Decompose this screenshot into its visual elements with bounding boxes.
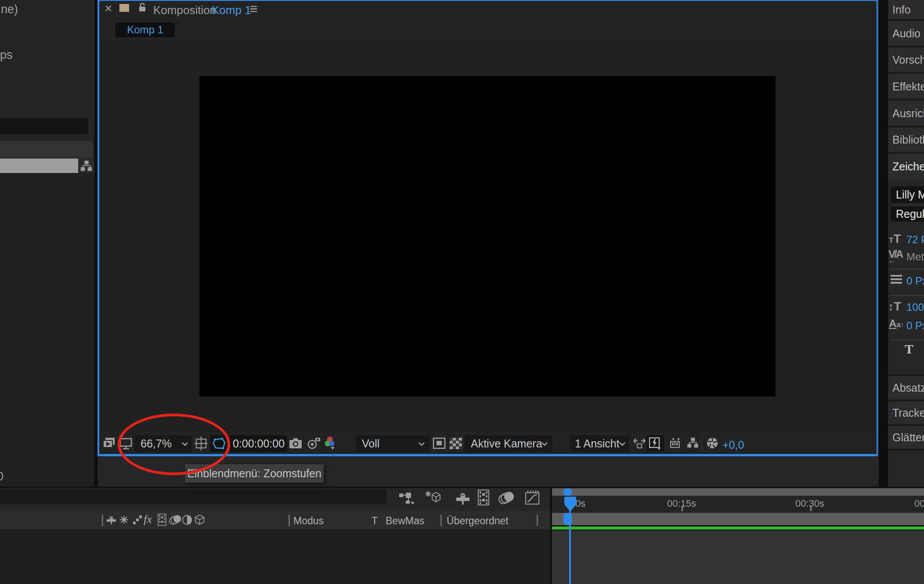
column-divider[interactable] [102,515,103,526]
ruler-tick [810,507,812,511]
project-panel-lower [0,173,94,487]
panel-tab-absatz[interactable]: Absatz [888,376,924,400]
channels-icon[interactable] [324,436,336,450]
chevron-down-icon [619,442,626,446]
column-divider[interactable] [440,515,442,526]
timecode-value: 0:00:00:00 [233,437,285,450]
motion-blur-icon[interactable] [498,491,515,505]
shy-layers-icon[interactable] [455,492,471,505]
faux-bold-icon[interactable]: T [905,342,913,357]
column-divider[interactable] [537,515,538,526]
project-bottom-bar [0,141,93,158]
font-family-field[interactable]: Lilly Ma [891,186,924,203]
timeline-layers-area[interactable] [0,529,550,584]
font-size-icon: TT [889,232,901,246]
comp-frame [199,76,776,397]
kerning-value[interactable]: Met [906,251,924,263]
column-header-modus[interactable]: Modus [293,515,324,527]
shy-column-icon[interactable] [106,514,117,526]
sidebar-gap [879,0,888,487]
column-header-bewmas[interactable]: BewMas [386,515,424,527]
region-of-interest-icon[interactable] [433,437,446,449]
timeline-track-area[interactable] [552,530,924,584]
fast-preview-button[interactable] [646,435,664,452]
adjustment-layer-icon[interactable] [182,515,192,525]
exposure-value[interactable]: +0,0 [722,439,744,451]
panel-tab-vorschau[interactable]: Vorscha [888,47,924,72]
frame-blend-column-icon[interactable] [156,513,168,526]
panel-title-comp-name[interactable]: Komp 1 [212,4,251,17]
panel-tab-ausrichten[interactable]: Ausricht [888,101,924,126]
vertical-scale-value[interactable]: 100 [906,301,924,314]
graph-editor-icon[interactable] [524,489,540,505]
timeline-comp-bar[interactable] [0,489,386,504]
quality-icon[interactable] [131,515,143,525]
comp-mini-flowchart-icon[interactable] [399,491,415,506]
font-style-field[interactable]: Regular [891,206,924,222]
panel-tab-info[interactable]: Info [888,0,924,19]
baseline-shift-icon: Aa↑ [889,317,904,330]
comp-flowchart-icon[interactable] [686,437,699,449]
column-header-t[interactable]: T [372,515,378,527]
column-header-uebergeordnet[interactable]: Übergeordnet [447,515,509,527]
ruler-label-0s: 0s [575,498,585,509]
timecode-field[interactable]: 0:00:00:00 [230,435,287,452]
viewer-tab-komp1[interactable]: Komp 1 [116,22,175,37]
close-icon[interactable]: × [105,1,112,16]
vertical-scale-icon: ↕T [888,299,901,314]
playhead-marker[interactable] [564,496,577,512]
draft-3d-icon[interactable] [424,490,442,506]
exposure-aperture-icon[interactable] [706,437,718,449]
panel-title[interactable]: Komposition [153,4,216,17]
panel-tab-effekte[interactable]: Effekte [888,74,924,99]
cube-3d-icon[interactable] [194,514,205,525]
transparency-grid-icon[interactable] [450,438,462,449]
panel-gap [94,0,97,487]
fast-preview-lightning-icon [649,437,662,451]
divider [890,339,924,340]
stroke-width-icon [891,273,902,285]
always-preview-icon[interactable] [102,437,116,450]
chevron-down-icon [418,442,425,446]
snapshot-camera-icon[interactable] [289,437,302,449]
divider [890,269,924,270]
pixel-aspect-icon[interactable] [669,437,682,449]
ruler-tick [682,507,683,511]
fx-icon[interactable]: fx [144,513,152,526]
share-view-icon[interactable] [632,438,646,449]
font-style-value: Regular [896,206,924,222]
channel-dropdown[interactable]: Voll [356,435,430,452]
lock-icon[interactable] [137,2,147,13]
collapse-transforms-icon[interactable] [119,515,129,525]
time-navigator-handle[interactable] [563,488,572,496]
panel-tab-audio[interactable]: Audio [888,21,924,46]
project-search-input[interactable] [0,118,88,134]
font-size-value[interactable]: 72 P [906,234,924,246]
project-hscrollbar[interactable] [0,159,78,173]
camera-dropdown[interactable]: Aktive Kamera [465,435,552,452]
panel-tab-glaetten[interactable]: Glätten [888,426,924,449]
project-text-fragment-bottom: 0 [0,470,4,483]
view-count-dropdown[interactable]: 1 Ansicht [570,435,629,452]
show-snapshot-icon[interactable] [307,437,321,450]
after-effects-window: ne) ps 0 × Komposition Komp 1 ≡ Komp 1 [0,0,924,584]
kerning-icon: V/A← [888,248,902,265]
channel-value: Voll [362,435,379,452]
panel-tab-bibliotheken[interactable]: Biblioth [888,127,924,152]
motion-blur-column-icon[interactable] [169,514,182,526]
work-area-bar[interactable] [552,513,924,525]
time-ruler[interactable] [552,496,924,511]
time-navigator-bar[interactable] [552,488,924,496]
frame-blend-icon[interactable] [477,489,490,506]
panel-tab-zeichen[interactable]: Zeichen [888,154,924,179]
camera-value: Aktive Kamera [471,435,542,452]
stroke-width-value[interactable]: 0 Px [906,275,924,287]
project-flowchart-button[interactable] [78,159,94,173]
panel-tab-tracker[interactable]: Tracker [888,401,924,424]
comp-thumbnail [119,4,129,12]
font-family-value: Lilly Ma [896,186,924,203]
column-divider[interactable] [289,515,290,526]
panel-menu-icon[interactable]: ≡ [249,1,258,17]
baseline-shift-value[interactable]: 0 Px [906,320,924,332]
rendered-frames-bar [552,526,924,530]
